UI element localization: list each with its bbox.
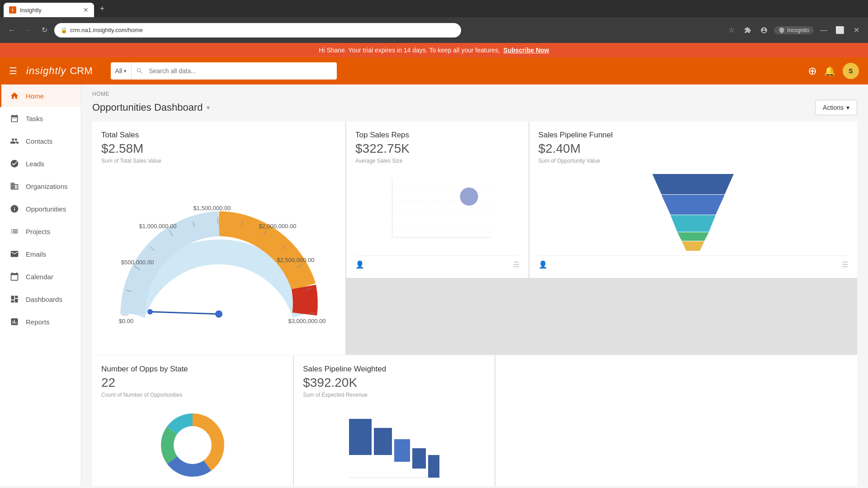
sidebar-item-reports[interactable]: Reports: [0, 310, 81, 333]
person-icon: 👤: [355, 260, 364, 269]
extensions-icon[interactable]: [741, 24, 754, 37]
gauge-chart: $0.00 $500,000.00 $1,000,000.00 $1,500,0…: [101, 174, 336, 346]
card-sales-pipeline-funnel: Sales Pipeline Funnel $2.40M Sum of Oppo…: [529, 122, 857, 278]
top-sales-reps-subtitle: Average Sales Size: [355, 158, 519, 164]
donut-chart: [101, 408, 284, 482]
total-sales-value: $2.58M: [101, 141, 336, 156]
user-avatar[interactable]: S: [843, 63, 859, 79]
reload-button[interactable]: ↻: [38, 24, 51, 37]
number-of-opps-value: 22: [101, 375, 284, 390]
sidebar-item-tasks[interactable]: Tasks: [0, 107, 81, 130]
main-layout: Home Tasks Contacts Leads Organizations: [0, 84, 868, 486]
funnel-list-icon: ☰: [842, 260, 848, 269]
app-header: ☰ insightly CRM All ▾ ⊕ 🔔 S: [0, 57, 868, 84]
sidebar-label-calendar: Calendar: [26, 273, 53, 281]
close-window-button[interactable]: ✕: [850, 24, 863, 37]
incognito-label: Incognito: [787, 27, 809, 33]
dashboard-grid-row1: Top Sales Reps $322.75K Average Sales Si…: [92, 122, 857, 355]
donut-svg: [156, 409, 229, 481]
card-top-sales-reps: Top Sales Reps $322.75K Average Sales Si…: [346, 122, 528, 278]
waterfall-chart: [303, 408, 486, 482]
page-title-dropdown-arrow[interactable]: ▾: [207, 104, 210, 111]
opportunities-icon: [9, 204, 19, 214]
browser-toolbar: ← → ↻ 🔒 crm.na1.insightly.com/home ☆ Inc…: [0, 17, 868, 43]
notifications-bell[interactable]: 🔔: [824, 66, 835, 76]
profile-icon[interactable]: [758, 24, 770, 37]
search-dropdown-arrow: ▾: [124, 68, 127, 74]
number-of-opps-subtitle: Count of Number of Opportunities: [101, 392, 284, 398]
hamburger-icon[interactable]: ☰: [9, 66, 17, 76]
sales-pipeline-funnel-footer: 👤 ☰: [538, 255, 848, 269]
funnel-svg: [643, 174, 743, 251]
top-sales-reps-title: Top Sales Reps: [355, 131, 519, 140]
page-title-row: Opportunities Dashboard ▾ Actions ▾: [92, 100, 857, 122]
dashboards-icon: [9, 294, 19, 304]
search-input[interactable]: [143, 67, 336, 75]
forward-button[interactable]: →: [22, 24, 34, 37]
sidebar-item-home[interactable]: Home: [0, 84, 81, 107]
sidebar-label-tasks: Tasks: [26, 115, 43, 122]
subscribe-link[interactable]: Subscribe Now: [504, 47, 549, 54]
tab-title: Insightly: [20, 7, 42, 14]
search-all-dropdown[interactable]: All ▾: [111, 62, 132, 80]
sidebar-item-leads[interactable]: Leads: [0, 152, 81, 175]
calendar-icon: [9, 272, 19, 282]
svg-marker-10: [677, 232, 709, 241]
sidebar-item-emails[interactable]: Emails: [0, 243, 81, 265]
sidebar-item-contacts[interactable]: Contacts: [0, 130, 81, 152]
svg-text:$1,000,000.00: $1,000,000.00: [139, 223, 176, 230]
svg-marker-11: [682, 241, 704, 251]
page-title: Opportunities Dashboard ▾: [92, 102, 210, 113]
svg-line-32: [151, 312, 219, 314]
card-total-sales: Total Sales $2.58M Sum of Total Sales Va…: [92, 122, 345, 355]
organizations-icon: [9, 181, 19, 191]
sidebar-label-leads: Leads: [26, 160, 44, 168]
url-text: crm.na1.insightly.com/home: [70, 27, 143, 33]
sidebar-label-opportunities: Opportunities: [26, 205, 66, 213]
sidebar-item-opportunities[interactable]: Opportunities: [0, 197, 81, 220]
search-icon: [136, 67, 143, 75]
sidebar-item-projects[interactable]: Projects: [0, 220, 81, 243]
svg-marker-8: [661, 195, 725, 215]
actions-button[interactable]: Actions ▾: [815, 100, 857, 115]
bookmark-icon[interactable]: ☆: [725, 24, 738, 37]
address-bar[interactable]: 🔒 crm.na1.insightly.com/home: [54, 23, 461, 38]
svg-text:$500,000.00: $500,000.00: [121, 259, 154, 266]
lock-icon: 🔒: [61, 27, 67, 33]
maximize-button[interactable]: ⬜: [834, 24, 846, 37]
minimize-button[interactable]: —: [817, 24, 830, 37]
svg-text:$2,000,000.00: $2,000,000.00: [259, 223, 296, 230]
tasks-icon: [9, 113, 19, 123]
gauge-svg: $0.00 $500,000.00 $1,000,000.00 $1,500,0…: [101, 174, 336, 346]
sales-pipeline-funnel-value: $2.40M: [538, 141, 848, 156]
sidebar: Home Tasks Contacts Leads Organizations: [0, 84, 81, 486]
tab-close-button[interactable]: ✕: [83, 6, 89, 14]
sales-pipeline-funnel-title: Sales Pipeline Funnel: [538, 131, 848, 140]
emails-icon: [9, 249, 19, 259]
content-area: HOME Opportunities Dashboard ▾ Actions ▾…: [81, 84, 868, 486]
top-sales-reps-value: $322.75K: [355, 141, 519, 156]
sidebar-item-organizations[interactable]: Organizations: [0, 175, 81, 197]
svg-rect-43: [394, 439, 410, 462]
total-sales-title: Total Sales: [101, 131, 336, 140]
svg-point-39: [174, 426, 212, 464]
active-tab[interactable]: i Insightly ✕: [4, 3, 94, 17]
back-button[interactable]: ←: [5, 24, 18, 37]
browser-tabs: i Insightly ✕ +: [0, 0, 868, 17]
svg-point-6: [460, 188, 478, 206]
sidebar-item-calendar[interactable]: Calendar: [0, 265, 81, 288]
toolbar-icons: ☆ Incognito — ⬜ ✕: [725, 24, 863, 37]
svg-marker-9: [670, 215, 716, 232]
trial-text: Hi Shane. Your trial expires in 14 days.…: [319, 47, 501, 54]
new-tab-button[interactable]: +: [96, 2, 108, 15]
svg-point-34: [147, 309, 153, 314]
card-sales-pipeline-weighted: Sales Pipeline Weighted $392.20K Sum of …: [294, 356, 495, 486]
svg-text:$0.00: $0.00: [119, 318, 134, 324]
add-button[interactable]: ⊕: [808, 65, 817, 77]
sidebar-item-dashboards[interactable]: Dashboards: [0, 288, 81, 310]
waterfall-svg: [344, 410, 444, 482]
sales-pipeline-weighted-value: $392.20K: [303, 375, 486, 390]
logo-area: insightly CRM: [26, 65, 93, 77]
logo-text: insightly: [26, 65, 66, 77]
sales-pipeline-weighted-title: Sales Pipeline Weighted: [303, 365, 486, 374]
